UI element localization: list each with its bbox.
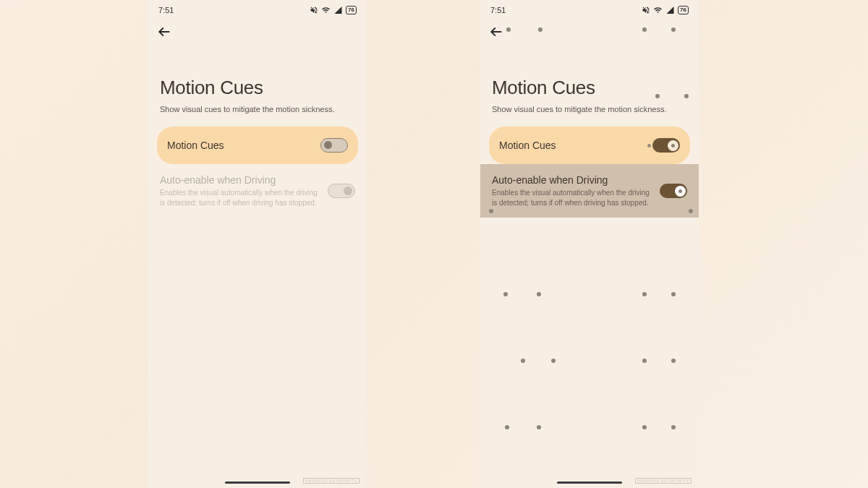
auto-enable-row: Auto-enable when Driving Enables the vis…	[148, 164, 367, 218]
signal-icon	[333, 6, 343, 14]
phone-screenshot-off: 7:51 76 Motion Cues Show visual cues to …	[148, 0, 367, 488]
status-icons: 76	[310, 6, 357, 14]
motion-cue-dot	[642, 292, 647, 296]
page-subtitle: Show visual cues to mitigate the motion …	[148, 105, 367, 127]
watermark: ANDROID AUTHORITY	[635, 478, 692, 484]
auto-enable-desc: Enables the visual automatically when th…	[492, 188, 652, 207]
auto-enable-title: Auto-enable when Driving	[492, 174, 652, 186]
battery-icon: 76	[678, 6, 689, 14]
status-time: 7:51	[158, 6, 174, 14]
signal-icon	[665, 6, 675, 14]
motion-cues-toggle-card[interactable]: Motion Cues	[157, 127, 358, 164]
auto-enable-switch[interactable]	[660, 184, 687, 198]
motion-cue-dot	[503, 292, 508, 296]
motion-cues-switch[interactable]	[320, 138, 348, 153]
motion-cues-switch[interactable]	[652, 138, 680, 153]
status-icons: 76	[642, 6, 689, 14]
phone-screenshot-on: 7:51 76 Motion Cues Show visual cues to …	[480, 0, 699, 488]
auto-enable-row[interactable]: Auto-enable when Driving Enables the vis…	[480, 164, 699, 218]
home-indicator[interactable]	[557, 481, 622, 484]
status-bar: 7:51 76	[148, 0, 367, 16]
motion-cue-dot	[521, 359, 525, 363]
motion-cue-dot	[505, 425, 509, 429]
battery-icon: 76	[346, 6, 357, 14]
home-indicator[interactable]	[225, 481, 290, 484]
motion-cue-dot	[537, 292, 541, 296]
motion-cue-dot	[551, 359, 556, 363]
motion-cue-dot	[671, 359, 676, 363]
motion-cues-toggle-label: Motion Cues	[167, 140, 224, 151]
mute-icon	[310, 6, 318, 14]
auto-enable-desc: Enables the visual automatically when th…	[160, 188, 320, 207]
status-time: 7:51	[490, 6, 506, 14]
auto-enable-title: Auto-enable when Driving	[160, 174, 320, 186]
motion-cue-dot	[489, 209, 493, 213]
motion-cue-dot	[689, 209, 693, 213]
motion-cue-dot	[647, 144, 651, 147]
wifi-icon	[653, 6, 663, 14]
motion-cue-dot	[642, 425, 647, 429]
page-title: Motion Cues	[148, 39, 367, 105]
back-icon[interactable]	[157, 25, 358, 39]
motion-cues-toggle-label: Motion Cues	[499, 140, 556, 151]
wifi-icon	[321, 6, 331, 14]
motion-cues-toggle-card[interactable]: Motion Cues	[489, 127, 690, 164]
motion-cue-dot	[671, 292, 676, 296]
watermark: ANDROID AUTHORITY	[303, 478, 359, 484]
mute-icon	[642, 6, 650, 14]
auto-enable-switch	[328, 184, 355, 198]
back-icon[interactable]	[489, 25, 690, 39]
status-bar: 7:51 76	[480, 0, 699, 16]
motion-cue-dot	[537, 425, 541, 429]
motion-cue-dot	[671, 425, 676, 429]
page-subtitle: Show visual cues to mitigate the motion …	[480, 105, 699, 127]
page-title: Motion Cues	[480, 39, 699, 105]
motion-cue-dot	[642, 359, 647, 363]
